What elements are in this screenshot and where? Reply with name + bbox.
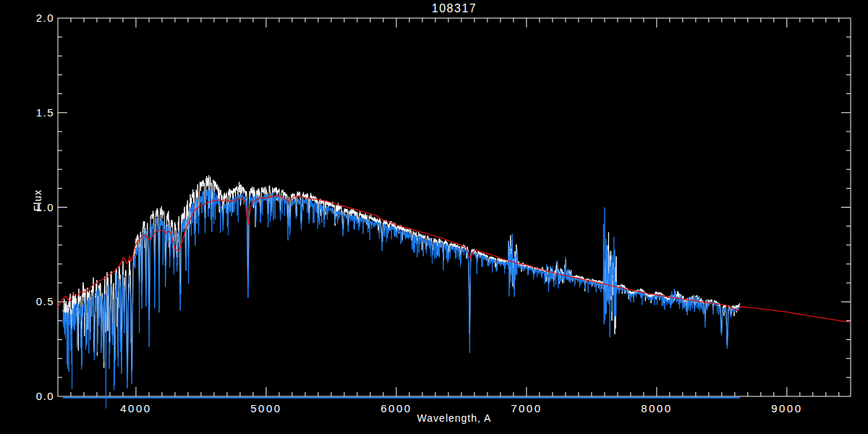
observed-spectrum-white (63, 175, 740, 373)
tick-label: 1.5 (36, 106, 54, 119)
plot-box (58, 18, 851, 396)
plot-title: 108317 (58, 2, 851, 15)
y-axis-title: Flux (32, 171, 43, 229)
x-axis-title: Wavelength, A (58, 412, 851, 424)
tick-label: 0.5 (36, 295, 54, 307)
axis-ticks (58, 18, 851, 396)
spectrum-plot-canvas: 4000500060007000800090000.00.51.01.52.0 (0, 0, 868, 434)
tick-label: 0.0 (36, 390, 54, 402)
axis-tick-labels: 4000500060007000800090000.00.51.01.52.0 (36, 12, 803, 414)
tick-label: 2.0 (36, 12, 54, 24)
spectrum-plot-window: 4000500060007000800090000.00.51.01.52.0 … (0, 0, 868, 434)
